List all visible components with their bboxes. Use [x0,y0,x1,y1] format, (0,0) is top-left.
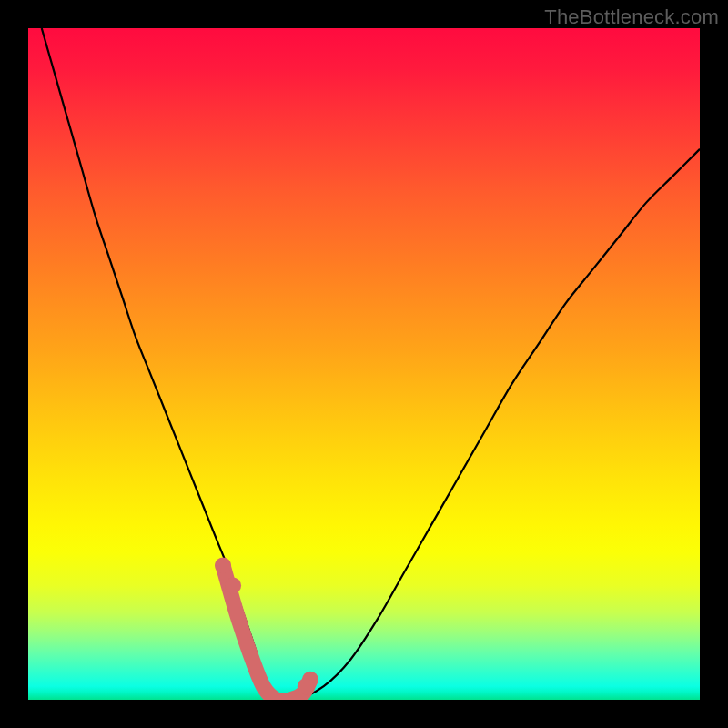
chart-svg [28,28,700,700]
chart-stage: TheBottleneck.com [0,0,728,728]
highlight-dot [225,578,241,594]
highlight-dot [298,678,314,694]
highlight-dot [215,557,231,573]
plot-area [28,28,700,700]
branding-watermark: TheBottleneck.com [544,5,719,29]
bottleneck-curve [42,28,700,700]
